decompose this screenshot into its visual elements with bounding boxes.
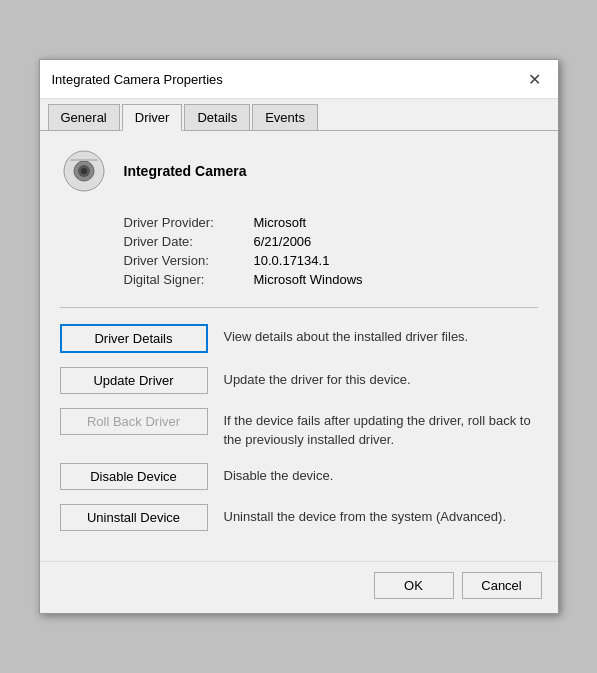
driver-provider-value: Microsoft — [254, 215, 307, 230]
uninstall-device-desc: Uninstall the device from the system (Ad… — [224, 504, 538, 526]
driver-row-version: Driver Version: 10.0.17134.1 — [124, 253, 538, 268]
tab-general[interactable]: General — [48, 104, 120, 131]
device-name: Integrated Camera — [124, 163, 247, 179]
disable-device-button[interactable]: Disable Device — [60, 463, 208, 490]
driver-version-value: 10.0.17134.1 — [254, 253, 330, 268]
disable-device-desc: Disable the device. — [224, 463, 538, 485]
footer: OK Cancel — [40, 561, 558, 613]
driver-info-section: Driver Provider: Microsoft Driver Date: … — [124, 215, 538, 287]
tab-events[interactable]: Events — [252, 104, 318, 131]
driver-details-desc: View details about the installed driver … — [224, 324, 538, 346]
roll-back-driver-button[interactable]: Roll Back Driver — [60, 408, 208, 435]
tab-details[interactable]: Details — [184, 104, 250, 131]
driver-date-label: Driver Date: — [124, 234, 254, 249]
driver-row-signer: Digital Signer: Microsoft Windows — [124, 272, 538, 287]
update-driver-row: Update Driver Update the driver for this… — [60, 367, 538, 394]
update-driver-button[interactable]: Update Driver — [60, 367, 208, 394]
close-button[interactable]: ✕ — [524, 68, 546, 90]
tab-bar: General Driver Details Events — [40, 99, 558, 131]
device-header: Integrated Camera — [60, 147, 538, 195]
driver-details-row: Driver Details View details about the in… — [60, 324, 538, 353]
title-bar: Integrated Camera Properties ✕ — [40, 60, 558, 99]
tab-content: Integrated Camera Driver Provider: Micro… — [40, 131, 558, 560]
driver-signer-value: Microsoft Windows — [254, 272, 363, 287]
disable-device-row: Disable Device Disable the device. — [60, 463, 538, 490]
roll-back-driver-row: Roll Back Driver If the device fails aft… — [60, 408, 538, 448]
driver-signer-label: Digital Signer: — [124, 272, 254, 287]
driver-row-provider: Driver Provider: Microsoft — [124, 215, 538, 230]
camera-icon — [60, 147, 108, 195]
uninstall-device-row: Uninstall Device Uninstall the device fr… — [60, 504, 538, 531]
roll-back-driver-desc: If the device fails after updating the d… — [224, 408, 538, 448]
ok-button[interactable]: OK — [374, 572, 454, 599]
driver-details-button[interactable]: Driver Details — [60, 324, 208, 353]
svg-point-3 — [81, 168, 87, 174]
uninstall-device-button[interactable]: Uninstall Device — [60, 504, 208, 531]
driver-version-label: Driver Version: — [124, 253, 254, 268]
divider — [60, 307, 538, 308]
dialog-title: Integrated Camera Properties — [52, 72, 223, 87]
driver-provider-label: Driver Provider: — [124, 215, 254, 230]
update-driver-desc: Update the driver for this device. — [224, 367, 538, 389]
cancel-button[interactable]: Cancel — [462, 572, 542, 599]
driver-row-date: Driver Date: 6/21/2006 — [124, 234, 538, 249]
tab-driver[interactable]: Driver — [122, 104, 183, 131]
svg-rect-4 — [70, 159, 98, 161]
dialog: Integrated Camera Properties ✕ General D… — [39, 59, 559, 613]
driver-date-value: 6/21/2006 — [254, 234, 312, 249]
